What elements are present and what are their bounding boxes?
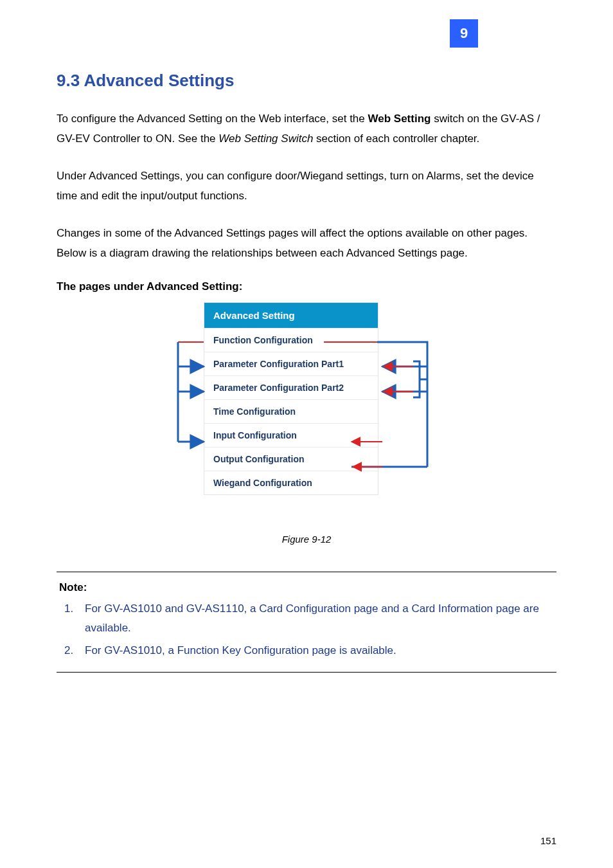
chapter-marker-text: 9 [450, 19, 478, 48]
menu-header: Advanced Setting [204, 303, 378, 328]
diagram-label: The pages under Advanced Setting: [57, 280, 556, 293]
menu-item-parameter-configuration-part2[interactable]: Parameter Configuration Part2 [204, 375, 378, 399]
p1-t1: To configure the Advanced Setting on the… [57, 113, 368, 125]
note-item-2: 2. For GV-AS1010, a Function Key Configu… [59, 641, 554, 661]
section-heading: 9.3 Advanced Settings [57, 71, 556, 91]
diagram: Advanced Setting Function Configuration … [139, 302, 474, 527]
paragraph-3: Changes in some of the Advanced Settings… [57, 223, 556, 264]
paragraph-1: To configure the Advanced Setting on the… [57, 109, 556, 149]
page-number: 151 [540, 835, 556, 846]
note-title: Note: [59, 581, 554, 594]
note-item-1: 1. For GV-AS1010 and GV-AS1110, a Card C… [59, 599, 554, 638]
p1-t3: section of each controller chapter. [313, 132, 479, 145]
menu-item-wiegand-configuration[interactable]: Wiegand Configuration [204, 471, 378, 494]
advanced-setting-menu: Advanced Setting Function Configuration … [204, 302, 378, 495]
chapter-marker: 9 [450, 19, 478, 48]
note-num-2: 2. [59, 641, 85, 661]
figure-caption: Figure 9-12 [57, 534, 556, 545]
menu-item-parameter-configuration-part1[interactable]: Parameter Configuration Part1 [204, 352, 378, 375]
menu-item-output-configuration[interactable]: Output Configuration [204, 447, 378, 471]
menu-item-function-configuration[interactable]: Function Configuration [204, 328, 378, 352]
note-text-1: For GV-AS1010 and GV-AS1110, a Card Conf… [85, 599, 554, 638]
p1-bold1: Web Setting [368, 113, 431, 125]
paragraph-2: Under Advanced Settings, you can configu… [57, 166, 556, 206]
menu-item-time-configuration[interactable]: Time Configuration [204, 399, 378, 423]
note-num-1: 1. [59, 599, 85, 638]
note-text-2: For GV-AS1010, a Function Key Configurat… [85, 641, 554, 661]
p1-italic1: Web Setting Switch [218, 132, 313, 145]
menu-item-input-configuration[interactable]: Input Configuration [204, 423, 378, 447]
note-block: Note: 1. For GV-AS1010 and GV-AS1110, a … [57, 572, 556, 673]
